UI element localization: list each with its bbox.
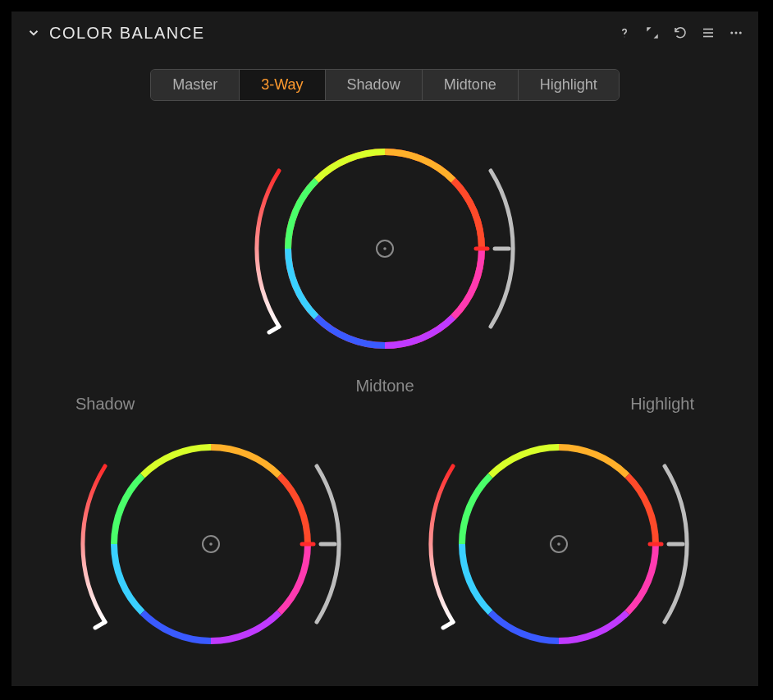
svg-point-0	[624, 36, 625, 37]
shadow-color-wheel[interactable]	[114, 447, 313, 641]
tab-midtone[interactable]: Midtone	[423, 70, 519, 100]
tab-shadow[interactable]: Shadow	[326, 70, 423, 100]
panel-title: COLOR BALANCE	[49, 24, 205, 43]
midtone-saturation-slider[interactable]	[257, 171, 279, 332]
midtone-color-wheel[interactable]	[288, 152, 487, 345]
tab-group: Master 3-Way Shadow Midtone Highlight	[150, 69, 620, 101]
help-icon[interactable]	[617, 25, 632, 40]
reset-icon[interactable]	[673, 25, 688, 40]
svg-point-5	[735, 32, 738, 34]
header-left-group: COLOR BALANCE	[26, 24, 205, 43]
svg-point-16	[209, 542, 213, 546]
expand-icon[interactable]	[645, 25, 660, 40]
svg-point-4	[730, 32, 733, 34]
highlight-lightness-slider[interactable]	[665, 466, 687, 622]
svg-point-20	[557, 542, 560, 546]
shadow-label: Shadow	[75, 395, 135, 414]
midtone-wheel-svg	[208, 126, 561, 372]
midtone-label: Midtone	[355, 377, 414, 396]
tab-master[interactable]: Master	[151, 70, 240, 100]
highlight-saturation-slider[interactable]	[431, 466, 453, 628]
header-right-group	[617, 25, 743, 40]
shadow-saturation-slider[interactable]	[83, 466, 105, 628]
color-balance-panel: COLOR BALANCE	[11, 11, 758, 686]
svg-point-6	[739, 32, 742, 34]
tab-highlight[interactable]: Highlight	[519, 70, 619, 100]
disclosure-toggle[interactable]	[26, 25, 41, 40]
shadow-lightness-slider[interactable]	[317, 466, 339, 622]
menu-icon[interactable]	[701, 25, 716, 40]
highlight-label: Highlight	[630, 395, 694, 414]
shadow-wheel-svg	[34, 421, 387, 667]
panel-header: COLOR BALANCE	[11, 11, 758, 53]
mode-tabs: Master 3-Way Shadow Midtone Highlight	[11, 69, 758, 101]
midtone-lightness-slider[interactable]	[491, 171, 513, 327]
svg-point-12	[383, 247, 386, 250]
tab-3way[interactable]: 3-Way	[240, 70, 325, 100]
highlight-color-wheel[interactable]	[462, 447, 661, 641]
wheel-midtone: Midtone	[208, 126, 561, 396]
more-icon[interactable]	[729, 25, 743, 40]
highlight-wheel-svg	[382, 421, 735, 667]
wheel-shadow: Shadow	[34, 396, 387, 667]
wheels-area: Midtone Shadow	[11, 126, 758, 684]
wheel-highlight: Highlight	[382, 396, 735, 667]
